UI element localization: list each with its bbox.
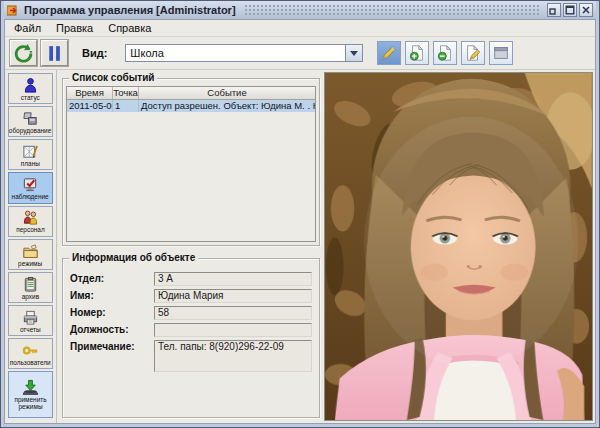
toolbar: Вид: Школа <box>5 37 595 70</box>
minimize-icon <box>549 5 559 15</box>
sidebar-item-plans[interactable]: планы <box>8 139 53 170</box>
edit-page-pencil-icon <box>464 44 482 62</box>
pause-icon <box>44 43 65 64</box>
sidebar-item-monitoring[interactable]: наблюдение <box>8 172 53 203</box>
content-column: Список событий Время Точка Событие 2011-… <box>57 70 323 423</box>
titlebar[interactable]: Программа управления [Administrator] <box>4 1 596 19</box>
app-window: Программа управления [Administrator] Фай… <box>0 0 600 428</box>
name-label: Имя: <box>70 289 154 301</box>
add-button[interactable] <box>405 41 429 65</box>
edit-button[interactable] <box>461 41 485 65</box>
combobox-arrow-icon[interactable] <box>345 45 362 61</box>
object-info-group-title: Информация об объекте <box>69 252 198 263</box>
pause-button[interactable] <box>41 40 68 66</box>
info-row-number: Номер: 58 <box>70 306 312 320</box>
number-label: Номер: <box>70 306 154 318</box>
view-combobox[interactable]: Школа <box>125 44 363 62</box>
menu-edit[interactable]: Правка <box>56 22 93 34</box>
apply-modes-icon <box>22 379 39 396</box>
note-label: Примечание: <box>70 340 154 352</box>
equipment-icon <box>22 110 39 127</box>
cell-point: 1 <box>113 100 139 112</box>
remove-button[interactable] <box>433 41 457 65</box>
minimize-button[interactable] <box>547 3 561 17</box>
cell-time: 2011-05-06... <box>67 100 113 112</box>
position-label: Должность: <box>70 323 154 335</box>
view-label: Вид: <box>82 47 107 59</box>
column-header-event[interactable]: Событие <box>139 87 315 99</box>
window-title: Программа управления [Administrator] <box>24 4 236 16</box>
window-body: Файл Правка Справка Вид: Школа <box>4 19 596 424</box>
sidebar-item-users[interactable]: пользователи <box>8 338 53 369</box>
info-row-note: Примечание: Тел. папы: 8(920)296-22-09 <box>70 340 312 372</box>
note-field[interactable]: Тел. папы: 8(920)296-22-09 <box>154 340 312 372</box>
column-header-time[interactable]: Время <box>67 87 113 99</box>
modes-folder-icon <box>22 243 39 260</box>
object-photo <box>324 72 593 421</box>
titlebar-texture <box>244 4 539 16</box>
users-key-icon <box>22 342 39 359</box>
table-row[interactable]: 2011-05-06... 1 Доступ разрешен. Объект:… <box>67 100 315 112</box>
close-button[interactable] <box>579 3 593 17</box>
sidebar-item-modes[interactable]: режимы <box>8 239 53 270</box>
photo-panel <box>323 70 595 423</box>
info-row-position: Должность: <box>70 323 312 337</box>
panel-layout-icon <box>492 44 510 62</box>
sidebar-item-equipment[interactable]: оборудование <box>8 106 53 137</box>
sidebar-item-status[interactable]: статус <box>8 73 53 104</box>
column-header-point[interactable]: Точка <box>113 87 139 99</box>
view-combobox-value: Школа <box>126 45 345 61</box>
edit-view-pencil-icon <box>380 44 398 62</box>
events-group: Список событий Время Точка Событие 2011-… <box>62 78 320 246</box>
app-icon <box>7 4 20 17</box>
position-field[interactable] <box>154 323 312 337</box>
plans-icon <box>22 143 39 160</box>
close-icon <box>581 5 591 15</box>
sidebar: статус оборудование планы наблюдение пер… <box>5 70 57 423</box>
department-label: Отдел: <box>70 272 154 284</box>
main-region: статус оборудование планы наблюдение пер… <box>5 70 595 423</box>
personnel-icon <box>22 209 39 226</box>
status-person-icon <box>22 77 39 94</box>
sidebar-item-reports[interactable]: отчеты <box>8 305 53 336</box>
number-field[interactable]: 58 <box>154 306 312 320</box>
events-group-title: Список событий <box>69 72 157 83</box>
refresh-button[interactable] <box>10 40 37 66</box>
refresh-icon <box>13 43 34 64</box>
department-field[interactable]: 3 А <box>154 272 312 286</box>
maximize-icon <box>565 5 575 15</box>
reports-printer-icon <box>22 309 39 326</box>
remove-page-minus-icon <box>436 44 454 62</box>
sidebar-item-personnel[interactable]: персонал <box>8 206 53 237</box>
edit-view-button[interactable] <box>377 41 401 65</box>
info-row-name: Имя: Юдина Мария <box>70 289 312 303</box>
add-page-plus-icon <box>408 44 426 62</box>
info-row-department: Отдел: 3 А <box>70 272 312 286</box>
cell-event: Доступ разрешен. Объект: Юдина М. . Напр… <box>139 100 315 112</box>
events-table: Время Точка Событие 2011-05-06... 1 Дост… <box>66 86 316 242</box>
menu-bar: Файл Правка Справка <box>5 20 595 37</box>
monitoring-icon <box>22 176 39 193</box>
panel-layout-button[interactable] <box>489 41 513 65</box>
menu-help[interactable]: Справка <box>108 22 151 34</box>
menu-file[interactable]: Файл <box>14 22 41 34</box>
object-info-group: Информация об объекте Отдел: 3 А Имя: Юд… <box>62 258 320 418</box>
apply-modes-button[interactable]: применить режимы <box>8 371 53 418</box>
events-table-header: Время Точка Событие <box>67 87 315 100</box>
events-table-empty-area <box>67 112 315 241</box>
maximize-button[interactable] <box>563 3 577 17</box>
name-field[interactable]: Юдина Мария <box>154 289 312 303</box>
sidebar-item-archive[interactable]: архив <box>8 272 53 303</box>
archive-clipboard-icon <box>22 276 39 293</box>
